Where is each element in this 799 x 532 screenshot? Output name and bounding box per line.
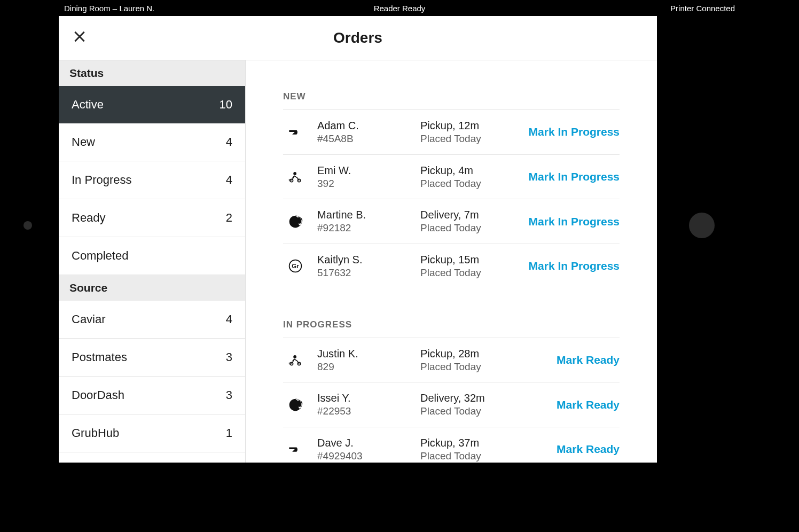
order-number: #4929403 — [317, 450, 411, 463]
sidebar-source-item-postmates[interactable]: Postmates3 — [59, 339, 245, 377]
order-meta: Pickup, 15mPlaced Today — [420, 253, 519, 280]
order-type-time: Pickup, 37m — [420, 436, 547, 450]
order-row[interactable]: Martine B.#92182Delivery, 7mPlaced Today… — [283, 199, 620, 244]
doordash-icon — [283, 124, 308, 139]
order-action-button[interactable]: Mark In Progress — [529, 215, 620, 228]
order-type-time: Delivery, 32m — [420, 391, 547, 405]
sidebar-item-count: 1 — [226, 426, 232, 440]
sidebar-status-item-new[interactable]: New4 — [59, 123, 245, 161]
svg-point-4 — [294, 173, 296, 175]
sidebar-status-item-ready[interactable]: Ready2 — [59, 199, 245, 237]
order-customer: Issei Y.#22953 — [317, 391, 411, 418]
order-row[interactable]: GrKaitlyn S.517632Pickup, 15mPlaced Toda… — [283, 244, 620, 288]
order-meta: Pickup, 4mPlaced Today — [420, 163, 519, 191]
order-number: #92182 — [317, 222, 411, 235]
customer-name: Adam C. — [317, 119, 411, 132]
sidebar-item-count: 4 — [226, 312, 232, 326]
order-row[interactable]: Emi W.392Pickup, 4mPlaced TodayMark In P… — [283, 154, 620, 199]
caviar-icon — [283, 214, 308, 229]
sidebar-source-item-grubhub[interactable]: GrubHub1 — [59, 414, 245, 452]
sidebar-status-item-completed[interactable]: Completed — [59, 237, 245, 275]
order-number: 392 — [317, 177, 411, 191]
order-type-time: Pickup, 4m — [420, 163, 519, 177]
close-icon — [73, 30, 87, 44]
order-placed: Placed Today — [420, 132, 519, 146]
order-row[interactable]: Dave J.#4929403Pickup, 37mPlaced TodayMa… — [283, 427, 620, 463]
sidebar-item-count: 4 — [226, 173, 232, 187]
order-action-button[interactable]: Mark In Progress — [529, 170, 620, 183]
order-customer: Justin K.829 — [317, 347, 411, 374]
order-meta: Pickup, 37mPlaced Today — [420, 436, 547, 463]
orders-list: NEWAdam C.#45A8BPickup, 12mPlaced TodayM… — [246, 60, 657, 463]
orders-modal: Orders Status Active10New4In Progress4Re… — [59, 16, 657, 463]
order-meta: Pickup, 28mPlaced Today — [420, 347, 547, 374]
sidebar-item-label: DoorDash — [72, 388, 124, 402]
grubhub-icon: Gr — [283, 259, 308, 273]
order-meta: Pickup, 12mPlaced Today — [420, 119, 519, 146]
order-action-button[interactable]: Mark Ready — [557, 443, 620, 456]
postmates-icon — [283, 353, 308, 367]
order-customer: Adam C.#45A8B — [317, 119, 411, 146]
order-row[interactable]: Issei Y.#22953Delivery, 32mPlaced TodayM… — [283, 382, 620, 427]
sidebar-source-item-doordash[interactable]: DoorDash3 — [59, 377, 245, 414]
customer-name: Kaitlyn S. — [317, 253, 411, 267]
sidebar-item-label: Active — [72, 98, 104, 112]
order-row[interactable]: Justin K.829Pickup, 28mPlaced TodayMark … — [283, 338, 620, 382]
device-home-button[interactable] — [689, 213, 715, 238]
order-action-button[interactable]: Mark In Progress — [529, 126, 620, 138]
sidebar-header-status: Status — [59, 60, 245, 86]
order-number: 829 — [317, 361, 411, 374]
customer-name: Issei Y. — [317, 391, 411, 405]
device-status-bar: Dining Room – Lauren N. Reader Ready Pri… — [59, 0, 740, 16]
order-placed: Placed Today — [420, 177, 519, 191]
page-title: Orders — [333, 29, 382, 46]
sidebar-item-label: In Progress — [72, 173, 132, 187]
svg-text:Gr: Gr — [292, 263, 299, 270]
order-placed: Placed Today — [420, 222, 519, 235]
status-reader: Reader Ready — [288, 4, 512, 13]
sidebar-status-item-in-progress[interactable]: In Progress4 — [59, 161, 245, 199]
order-action-button[interactable]: Mark Ready — [557, 354, 620, 366]
order-meta: Delivery, 7mPlaced Today — [420, 208, 519, 235]
order-placed: Placed Today — [420, 267, 519, 280]
status-location: Dining Room – Lauren N. — [64, 4, 288, 13]
order-placed: Placed Today — [420, 361, 547, 374]
order-number: #22953 — [317, 405, 411, 418]
sidebar-status-item-active[interactable]: Active10 — [59, 86, 245, 123]
sidebar-item-label: GrubHub — [72, 426, 119, 440]
customer-name: Justin K. — [317, 347, 411, 361]
sidebar: Status Active10New4In Progress4Ready2Com… — [59, 60, 246, 463]
sidebar-item-count: 10 — [220, 98, 232, 112]
sidebar-item-count: 2 — [226, 211, 232, 225]
customer-name: Martine B. — [317, 208, 411, 222]
order-row[interactable]: Adam C.#45A8BPickup, 12mPlaced TodayMark… — [283, 109, 620, 154]
order-number: 517632 — [317, 267, 411, 280]
customer-name: Emi W. — [317, 163, 411, 177]
sidebar-source-item-caviar[interactable]: Caviar4 — [59, 301, 245, 339]
sidebar-header-source: Source — [59, 275, 245, 301]
device-camera-dot — [24, 221, 32, 230]
sidebar-item-label: Caviar — [72, 312, 106, 326]
sidebar-item-count: 3 — [226, 388, 232, 402]
status-printer: Printer Connected — [511, 4, 735, 13]
sidebar-item-count: 3 — [226, 350, 232, 364]
order-customer: Emi W.392 — [317, 163, 411, 191]
order-action-button[interactable]: Mark Ready — [557, 398, 620, 411]
order-type-time: Delivery, 7m — [420, 208, 519, 222]
svg-point-9 — [294, 356, 296, 358]
order-placed: Placed Today — [420, 405, 547, 418]
order-placed: Placed Today — [420, 450, 547, 463]
postmates-icon — [283, 169, 308, 184]
modal-header: Orders — [59, 16, 657, 60]
caviar-icon — [283, 397, 308, 412]
customer-name: Dave J. — [317, 436, 411, 450]
doordash-icon — [283, 442, 308, 457]
sidebar-item-label: Completed — [72, 249, 128, 263]
order-type-time: Pickup, 12m — [420, 119, 519, 132]
sidebar-item-count: 4 — [226, 135, 232, 149]
close-button[interactable] — [73, 30, 87, 46]
sidebar-item-label: Ready — [72, 211, 106, 225]
order-action-button[interactable]: Mark In Progress — [529, 260, 620, 272]
order-meta: Delivery, 32mPlaced Today — [420, 391, 547, 418]
sidebar-item-label: Postmates — [72, 350, 127, 364]
